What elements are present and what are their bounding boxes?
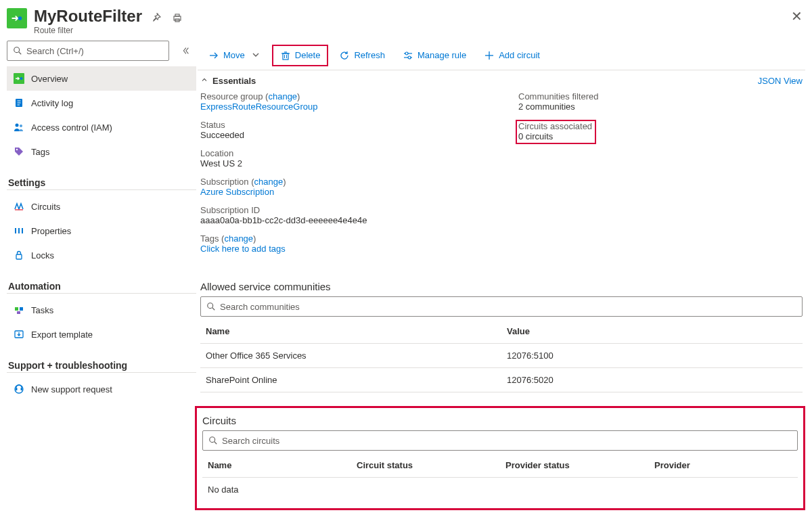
cell-name: SharePoint Online [200, 368, 501, 392]
subscription-value[interactable]: Azure Subscription [200, 187, 274, 197]
close-button[interactable]: ✕ [791, 9, 803, 23]
communities-title: Allowed service communities [200, 281, 803, 292]
circuits-search-input[interactable]: Search circuits [202, 430, 798, 451]
command-bar: Move Delete Refresh Manage rule Add circ… [198, 41, 805, 70]
circuits-table: Name Circuit status Provider status Prov… [202, 453, 798, 501]
sidebar-item-label: Locks [31, 250, 54, 261]
main-content: Move Delete Refresh Manage rule Add circ… [196, 41, 812, 517]
collapse-sidebar-button[interactable] [175, 46, 196, 55]
lock-icon [14, 250, 24, 261]
sidebar-item-label: Access control (IAM) [31, 122, 112, 133]
location-label: Location [200, 148, 505, 158]
cell-value: 12076:5020 [501, 368, 803, 392]
json-view-link[interactable]: JSON View [758, 76, 803, 86]
resource-icon [7, 8, 27, 28]
tasks-icon [14, 304, 24, 315]
sidebar-item-overview[interactable]: Overview [7, 66, 196, 91]
sidebar-item-label: Circuits [31, 202, 60, 212]
tag-icon [14, 146, 24, 157]
search-icon [13, 46, 22, 55]
col-name[interactable]: Name [202, 453, 351, 478]
col-name[interactable]: Name [200, 319, 501, 344]
trash-icon [280, 50, 291, 61]
subscription-id-label: Subscription ID [200, 205, 505, 215]
sidebar-search-placeholder: Search (Ctrl+/) [26, 46, 84, 56]
col-provider-status[interactable]: Provider status [500, 453, 649, 478]
resource-group-label: Resource group [200, 91, 263, 101]
properties-icon [14, 225, 24, 236]
sidebar-item-properties[interactable]: Properties [7, 219, 196, 243]
sidebar-item-circuits[interactable]: Circuits [7, 194, 196, 219]
sidebar-item-export-template[interactable]: Export template [7, 322, 196, 346]
sidebar-item-label: Tasks [31, 305, 53, 315]
essentials-toggle[interactable]: Essentials JSON View [198, 70, 805, 91]
change-subscription-link[interactable]: change [254, 177, 284, 187]
print-icon[interactable] [172, 12, 183, 25]
col-circuit-status[interactable]: Circuit status [351, 453, 500, 478]
change-resource-group-link[interactable]: change [268, 91, 297, 101]
sidebar-item-label: Activity log [31, 98, 73, 108]
iam-icon [14, 122, 24, 133]
col-value[interactable]: Value [501, 319, 803, 344]
cell-value: 12076:5100 [501, 344, 803, 368]
communities-filtered-value: 2 communities [518, 101, 803, 112]
circuits-associated-value: 0 circuits [518, 131, 592, 141]
route-filter-icon [14, 73, 24, 84]
search-placeholder: Search circuits [222, 436, 279, 446]
tags-value[interactable]: Click here to add tags [200, 244, 286, 254]
communities-search-input[interactable]: Search communities [200, 296, 803, 317]
sidebar-item-locks[interactable]: Locks [7, 243, 196, 267]
sidebar-section-support: Support + troubleshooting [7, 349, 196, 373]
arrow-right-icon [208, 50, 219, 61]
page-title: MyRouteFilter [34, 7, 142, 26]
refresh-button[interactable]: Refresh [332, 46, 392, 65]
button-label: Refresh [354, 50, 385, 60]
sidebar-item-access-control[interactable]: Access control (IAM) [7, 115, 196, 139]
add-circuit-button[interactable]: Add circuit [477, 46, 547, 65]
circuits-associated-label: Circuits associated [518, 121, 592, 131]
sidebar: Search (Ctrl+/) Overview Activity log Ac… [0, 41, 196, 517]
manage-rule-button[interactable]: Manage rule [396, 46, 473, 65]
button-label: Manage rule [418, 50, 466, 60]
search-placeholder: Search communities [220, 302, 300, 312]
circuits-panel: Circuits Search circuits Name Circuit st… [195, 406, 805, 510]
circuits-icon [14, 201, 24, 212]
table-row[interactable]: SharePoint Online 12076:5020 [200, 368, 803, 392]
search-icon [206, 302, 216, 311]
button-label: Delete [295, 50, 321, 60]
chevron-up-icon [200, 76, 208, 86]
sidebar-item-new-support-request[interactable]: New support request [7, 377, 196, 401]
button-label: Move [223, 50, 245, 60]
sidebar-section-settings: Settings [7, 166, 196, 190]
export-icon [14, 329, 24, 340]
col-provider[interactable]: Provider [649, 453, 798, 478]
tags-label: Tags [200, 233, 219, 244]
table-row[interactable]: Other Office 365 Services 12076:5100 [200, 344, 803, 368]
move-button[interactable]: Move [202, 45, 268, 66]
resource-type-label: Route filter [34, 26, 142, 35]
sidebar-item-label: Properties [31, 226, 71, 236]
cell-name: Other Office 365 Services [200, 344, 501, 368]
delete-button[interactable]: Delete [273, 46, 328, 65]
resource-group-value[interactable]: ExpressRouteResourceGroup [200, 101, 317, 112]
location-value: West US 2 [200, 158, 505, 168]
change-tags-link[interactable]: change [224, 233, 253, 244]
sidebar-item-label: Tags [31, 147, 49, 157]
sidebar-item-activity-log[interactable]: Activity log [7, 91, 196, 115]
sidebar-search-input[interactable]: Search (Ctrl+/) [7, 41, 169, 61]
sidebar-item-label: Export template [31, 330, 93, 340]
support-icon [14, 384, 24, 394]
log-icon [14, 97, 24, 108]
search-icon [208, 436, 218, 445]
sidebar-item-tags[interactable]: Tags [7, 139, 196, 164]
svg-point-39 [18, 16, 22, 20]
subscription-label: Subscription [200, 177, 249, 187]
sidebar-item-tasks[interactable]: Tasks [7, 298, 196, 322]
refresh-icon [339, 50, 350, 61]
status-label: Status [200, 120, 505, 130]
communities-table: Name Value Other Office 365 Services 120… [200, 319, 803, 392]
status-value: Succeeded [200, 130, 505, 140]
button-label: Add circuit [499, 50, 540, 60]
chevron-down-icon [250, 49, 261, 62]
pin-icon[interactable] [152, 12, 162, 25]
